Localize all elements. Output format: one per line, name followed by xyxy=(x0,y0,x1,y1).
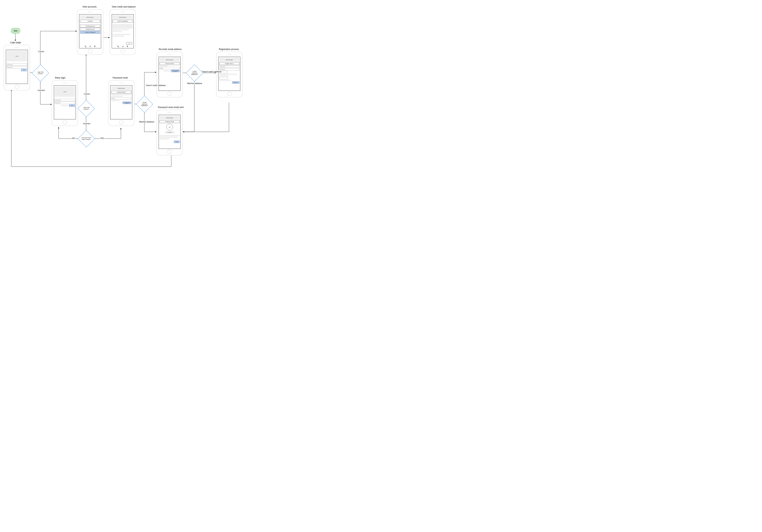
password-field[interactable]: Password xyxy=(55,101,75,104)
pwreset-header: Password Reset xyxy=(160,120,180,123)
go-button[interactable]: Go xyxy=(126,42,132,44)
cc-header: Credit Card Balance xyxy=(113,20,133,23)
phone-reenter: Banner/logo Password Reset Email Send te… xyxy=(156,52,183,98)
title-pwreset: Password reset xyxy=(113,77,128,79)
logo-block: Logo xyxy=(7,51,27,61)
checkmark-icon xyxy=(166,124,173,130)
location-icon[interactable] xyxy=(126,45,128,47)
logo-block: Logo xyxy=(55,86,75,97)
username-field[interactable]: Username xyxy=(55,99,75,101)
phone-pwsent: Banner/logo Password Reset Success! Logi… xyxy=(156,110,183,156)
decision-three-times: Incorrect more than 3 times? xyxy=(78,130,95,147)
success-badge: Success! xyxy=(165,131,175,133)
menu-icon[interactable] xyxy=(89,45,91,47)
edge-incorrect-2: Incorrect xyxy=(83,123,91,125)
banner: Banner/logo xyxy=(160,58,180,62)
credit-card-button[interactable]: Credit Card Balance xyxy=(80,31,100,34)
title-cc: View credit card balance xyxy=(112,6,136,8)
edge-notmatch-2: Doesn't match database xyxy=(201,71,222,73)
edge-yes: YES xyxy=(100,137,104,139)
banner: Banner/logo xyxy=(113,15,133,19)
edge-correct-1: Correct xyxy=(38,50,44,52)
banner: Banner/logo xyxy=(219,58,239,62)
edge-notmatch-1: Doesn't match database xyxy=(146,84,166,87)
phone-accounts: Banner/logo Accounts Checking Account Sa… xyxy=(77,9,103,55)
decision-login-1: Login info correct? xyxy=(32,64,49,82)
pwreset-header: Password Reset xyxy=(111,91,131,94)
password-field[interactable]: Password xyxy=(7,66,27,68)
title-pwsent: Password reset email sent xyxy=(158,106,184,108)
phone-icon[interactable] xyxy=(117,45,119,47)
menu-icon[interactable] xyxy=(122,45,124,47)
decision-email-1: Email matches database? xyxy=(136,96,153,112)
phone-icon[interactable] xyxy=(85,45,87,47)
pwreset-header: Password Reset xyxy=(160,62,180,65)
login-button[interactable]: Login xyxy=(174,141,180,143)
edge-incorrect-1: Incorrect xyxy=(38,89,45,91)
username-field[interactable]: Username xyxy=(219,65,239,68)
flow-diagram: Start Login page Logo Username Password … xyxy=(0,0,282,198)
edge-no: NO xyxy=(72,137,75,139)
phone-retry: Logo Username Password Go xyxy=(52,80,78,126)
accounts-header: Accounts xyxy=(80,20,100,23)
username-field[interactable]: Username xyxy=(7,63,27,66)
title-login: Login page xyxy=(10,41,21,44)
location-icon[interactable] xyxy=(94,45,96,47)
edge-correct-2: Correct xyxy=(84,93,90,95)
savings-button[interactable]: Savings Account xyxy=(80,28,100,31)
register-button[interactable]: Register xyxy=(232,81,239,84)
phone-login: Logo Username Password Go xyxy=(4,45,30,91)
decision-login-2: Login info correct? xyxy=(78,100,95,117)
phone-register: Banner/logo Register with us Username Pa… xyxy=(216,52,243,98)
email-field[interactable]: Email xyxy=(160,67,180,69)
edge-matches-2: Matches database xyxy=(187,82,202,84)
edge-matches-1: Matches database xyxy=(139,121,155,123)
title-reenter: Re-enter email address xyxy=(159,48,182,50)
send-temp-password-button[interactable]: Send temporary password xyxy=(171,70,180,72)
start-node: Start xyxy=(11,28,20,34)
small-field-2[interactable] xyxy=(219,77,228,79)
checking-button[interactable]: Checking Account xyxy=(80,25,100,28)
title-register: Registration process xyxy=(219,48,239,50)
title-retry: Retry login xyxy=(55,77,65,79)
go-button[interactable]: Go xyxy=(69,104,75,107)
go-button[interactable]: Go xyxy=(21,69,27,71)
phone-pwreset: Banner/logo Password Reset Email Send te… xyxy=(108,80,134,126)
register-header: Register with us xyxy=(219,62,239,65)
banner: Banner/logo xyxy=(80,15,100,19)
banner: Banner/logo xyxy=(111,86,131,90)
decision-email-2: Email matches database? xyxy=(186,64,203,82)
send-temp-password-button[interactable]: Send temporary password xyxy=(122,101,131,104)
phone-cc: Banner/logo Credit Card Balance Go xyxy=(110,9,136,55)
start-label: Start xyxy=(14,30,17,32)
title-accounts: View accounts xyxy=(82,6,97,8)
email-field[interactable]: Email xyxy=(111,97,131,100)
banner: Banner/logo xyxy=(160,116,180,120)
password-field[interactable]: Password xyxy=(219,68,239,71)
